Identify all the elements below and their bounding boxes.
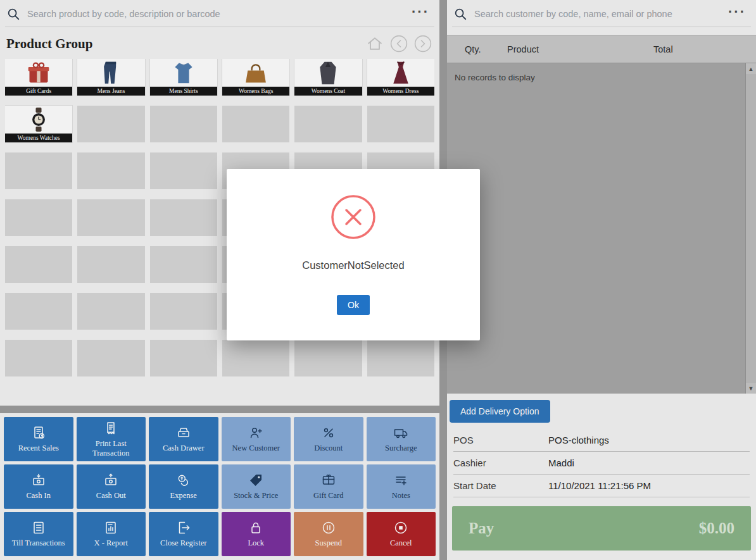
error-message: CustomerNotSelected (302, 259, 404, 271)
ok-button[interactable]: Ok (337, 295, 370, 315)
error-dialog: CustomerNotSelected Ok (227, 169, 480, 340)
pos-app: ··· Product Group Gift CardsMens (0, 0, 756, 560)
error-x-circle-icon (331, 194, 376, 240)
